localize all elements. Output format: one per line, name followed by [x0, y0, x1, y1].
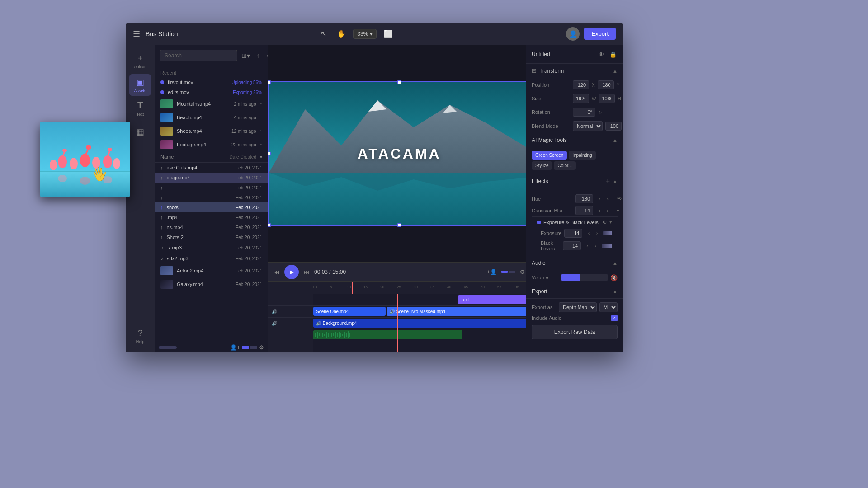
- handle-bottom-left[interactable]: [268, 223, 271, 227]
- filter-btn[interactable]: ⊞▾: [240, 50, 251, 61]
- list-item[interactable]: ↑ Shots 2 Feb 20, 2021: [155, 232, 268, 242]
- timeline-settings-btn[interactable]: ⚙: [520, 269, 525, 275]
- menu-icon[interactable]: ☰: [133, 29, 140, 39]
- clip-scene-one[interactable]: Scene One.mp4: [313, 307, 386, 316]
- preview-video[interactable]: ATACAMA: [268, 81, 526, 226]
- avatar[interactable]: 👤: [566, 27, 580, 41]
- export-format-select[interactable]: Depth Map: [559, 302, 597, 312]
- upload-arrow-icon: ↑: [260, 101, 263, 107]
- search-input[interactable]: [160, 50, 237, 61]
- exposure-input[interactable]: [564, 229, 582, 238]
- ai-magic-tools-header[interactable]: AI Magic Tools ▲: [526, 133, 623, 147]
- blur-chevron-icon[interactable]: ▾: [617, 208, 619, 214]
- size-w-input[interactable]: [573, 94, 589, 103]
- next-frame-btn[interactable]: ⏭: [303, 268, 310, 276]
- transform-section-header[interactable]: ⊞ Transform ▲: [526, 64, 623, 78]
- volume-bar[interactable]: [561, 274, 608, 281]
- exposure-increment[interactable]: ›: [593, 230, 600, 236]
- handle-top-mid[interactable]: [397, 80, 401, 84]
- list-item[interactable]: ↑ shots Feb 20, 2021: [155, 202, 268, 212]
- list-item[interactable]: Beach.mp4 4 mins ago ↑: [155, 111, 268, 124]
- blur-increment[interactable]: ›: [604, 208, 611, 213]
- rotation-input[interactable]: [573, 108, 595, 117]
- green-screen-tab[interactable]: Green Screen: [532, 151, 567, 160]
- visibility-btn[interactable]: 👁: [597, 50, 606, 59]
- audio-clip-1[interactable]: [313, 330, 462, 339]
- hue-label: Hue: [532, 196, 572, 202]
- blend-opacity-input[interactable]: [605, 122, 622, 131]
- blend-mode-select[interactable]: Normal: [573, 121, 603, 131]
- mute-icon[interactable]: 🔇: [610, 274, 618, 281]
- track-row-audio1: [268, 329, 526, 341]
- play-button[interactable]: ▶: [284, 265, 299, 279]
- list-item[interactable]: ↑ Feb 20, 2021: [155, 192, 268, 202]
- gaussian-blur-label: Gaussian Blur: [532, 208, 572, 213]
- position-y-input[interactable]: [598, 80, 614, 89]
- list-item[interactable]: ♪ sdx2.mp3 Feb 20, 2021: [155, 253, 268, 264]
- inpainting-tab[interactable]: Inpainting: [569, 151, 595, 160]
- effects-section-header[interactable]: Effects + ▲: [526, 174, 623, 189]
- clip-background[interactable]: 🔊 Background.mp4: [313, 319, 526, 328]
- export-section-header[interactable]: Export ▲: [526, 285, 623, 299]
- export-type-select[interactable]: MP4: [599, 302, 618, 312]
- list-item[interactable]: ↑ ase Cuts.mp4 Feb 20, 2021: [155, 163, 268, 173]
- hue-increment[interactable]: ›: [604, 196, 611, 202]
- list-item[interactable]: ↑ .mp4 Feb 20, 2021: [155, 212, 268, 222]
- add-track-btn[interactable]: +👤: [487, 269, 497, 275]
- position-x-input[interactable]: [573, 80, 589, 89]
- exposure-chevron-icon[interactable]: ▾: [609, 219, 612, 225]
- exposure-row: Exposure ‹ ›: [532, 227, 618, 239]
- list-item[interactable]: ♪ .x.mp3 Feb 20, 2021: [155, 242, 268, 253]
- hand-tool[interactable]: ✋: [335, 28, 348, 40]
- black-levels-input[interactable]: [563, 241, 581, 250]
- list-item[interactable]: ↑ otage.mp4 Feb 20, 2021: [155, 173, 268, 183]
- clip-scene-two[interactable]: 🔊 Scene Two Masked.mp4: [387, 307, 526, 316]
- hue-visibility-icon[interactable]: 👁: [617, 196, 622, 202]
- pointer-tool[interactable]: ↖: [317, 28, 330, 40]
- exposure-reset-btn[interactable]: ⊙: [603, 219, 607, 225]
- black-levels-increment[interactable]: ›: [592, 243, 599, 249]
- list-item[interactable]: Footage.mp4 22 mins ago ↑: [155, 138, 268, 151]
- sidebar-item-patterns[interactable]: ▦: [129, 121, 151, 143]
- exposure-decrement[interactable]: ‹: [585, 230, 592, 236]
- list-item[interactable]: Shoes.mp4 12 mins ago ↑: [155, 124, 268, 138]
- list-item[interactable]: Galaxy.mp4 Feb 20, 2021: [155, 277, 268, 291]
- list-item[interactable]: Actor 2.mp4 Feb 20, 2021: [155, 264, 268, 277]
- settings-btn[interactable]: ⚙: [259, 344, 264, 351]
- clip-text[interactable]: Text: [458, 295, 526, 304]
- list-item[interactable]: Mountains.mp4 2 mins ago ↑: [155, 97, 268, 111]
- sidebar-item-text[interactable]: T Text: [129, 98, 151, 119]
- upload-btn[interactable]: ↑: [253, 50, 264, 61]
- export-raw-button[interactable]: Export Raw Data: [532, 325, 618, 339]
- blur-decrement[interactable]: ‹: [596, 208, 603, 213]
- handle-bottom-mid[interactable]: [397, 223, 401, 227]
- frame-icon[interactable]: ⬜: [382, 28, 395, 40]
- track-label: 🔊: [268, 318, 313, 329]
- colorize-tab[interactable]: Color...: [554, 161, 576, 170]
- x-label: X: [592, 83, 595, 88]
- zoom-selector[interactable]: 33% ▾: [353, 29, 377, 39]
- list-item[interactable]: ↑ ns.mp4 Feb 20, 2021: [155, 222, 268, 232]
- include-audio-checkbox[interactable]: ✓: [611, 315, 618, 321]
- lock-btn[interactable]: 🔒: [609, 50, 618, 59]
- stylize-tab[interactable]: Stylize: [532, 161, 552, 170]
- add-media-btn[interactable]: 👤+: [230, 344, 240, 351]
- list-item[interactable]: ↑ Feb 20, 2021: [155, 183, 268, 192]
- export-button[interactable]: Export: [584, 28, 616, 40]
- sort-arrow-icon[interactable]: ▾: [260, 155, 262, 160]
- black-levels-decrement[interactable]: ‹: [584, 243, 591, 249]
- prev-frame-btn[interactable]: ⏮: [274, 268, 280, 276]
- size-h-input[interactable]: [599, 94, 615, 103]
- list-item[interactable]: edits.mov Exporting 26%: [155, 87, 268, 97]
- hue-input[interactable]: [575, 194, 593, 203]
- handle-top-left[interactable]: [268, 80, 271, 84]
- audio-section-header[interactable]: Audio ▲: [526, 256, 623, 270]
- hue-decrement[interactable]: ‹: [596, 196, 603, 202]
- sidebar-item-upload[interactable]: + Upload: [129, 51, 151, 72]
- handle-mid-left[interactable]: [268, 152, 271, 155]
- gaussian-blur-input[interactable]: [575, 206, 593, 215]
- sidebar-item-assets[interactable]: ▣ Assets: [129, 74, 151, 96]
- list-item[interactable]: firstcut.mov Uploading 56%: [155, 77, 268, 87]
- sidebar-item-help[interactable]: ? Help: [129, 325, 151, 347]
- effects-add-btn[interactable]: +: [606, 177, 610, 185]
